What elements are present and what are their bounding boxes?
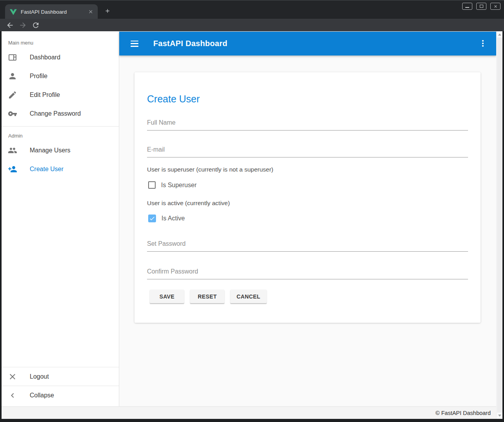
scrollbar-down-arrow-icon[interactable]	[498, 415, 501, 417]
set-password-field-wrapper	[147, 240, 468, 252]
window-close-button[interactable]	[490, 3, 500, 10]
active-hint: User is active (currently active)	[147, 200, 468, 207]
browser-toolbar: localhost/main/admin/users/create	[0, 19, 504, 31]
back-icon[interactable]	[6, 21, 14, 29]
vue-logo-icon	[10, 9, 17, 15]
sidebar-item-profile[interactable]: Profile	[2, 67, 119, 86]
confirm-password-field-wrapper	[147, 268, 468, 279]
app-bar-kebab-icon[interactable]	[478, 39, 488, 48]
app-bar: FastAPI Dashboard	[119, 32, 496, 55]
is-active-checkbox[interactable]	[148, 215, 156, 222]
form-buttons-row: SAVE RESET CANCEL	[147, 290, 468, 303]
app-bar-title: FastAPI Dashboard	[153, 39, 228, 48]
window-minimize-button[interactable]	[462, 3, 472, 10]
page-footer: © FastAPI Dashboard	[2, 406, 496, 419]
scrollbar-up-arrow-icon[interactable]	[498, 34, 501, 36]
page-title: Create User	[147, 93, 468, 105]
new-tab-button[interactable]	[102, 6, 113, 16]
sidebar-item-edit-profile[interactable]: Edit Profile	[2, 86, 119, 104]
is-superuser-checkbox[interactable]	[148, 181, 156, 189]
page-viewport: Main menu Dashboard Profile Edit Profile…	[2, 31, 502, 419]
full-name-input[interactable]	[147, 119, 468, 131]
create-user-card: Create User User is superuser (currently…	[135, 72, 481, 323]
sidebar-bottom: Logout Collapse	[2, 367, 119, 404]
scrollbar-thumb[interactable]	[497, 38, 502, 413]
sidebar-item-label: Edit Profile	[30, 91, 60, 98]
superuser-hint: User is superuser (currently is not a su…	[147, 166, 468, 173]
sidebar-item-label: Change Password	[30, 110, 81, 117]
reset-button[interactable]: RESET	[190, 290, 224, 303]
chevron-left-icon	[8, 391, 17, 400]
sidebar-item-logout[interactable]: Logout	[2, 367, 119, 386]
full-name-field-wrapper	[147, 119, 468, 131]
sidebar: Main menu Dashboard Profile Edit Profile…	[2, 31, 119, 406]
dashboard-icon	[8, 53, 17, 62]
close-icon	[8, 372, 17, 381]
sidebar-item-dashboard[interactable]: Dashboard	[2, 48, 119, 67]
set-password-input[interactable]	[147, 240, 468, 252]
vertical-scrollbar[interactable]	[496, 31, 502, 419]
sidebar-item-change-password[interactable]: Change Password	[2, 104, 119, 123]
pencil-icon	[8, 90, 17, 100]
forward-icon[interactable]	[19, 21, 27, 29]
sidebar-item-label: Profile	[30, 73, 47, 80]
sidebar-item-label: Dashboard	[30, 54, 60, 61]
tab-close-icon[interactable]	[87, 8, 95, 16]
hamburger-menu-icon[interactable]	[131, 41, 138, 47]
window-controls	[462, 3, 500, 10]
is-superuser-checkbox-row[interactable]: Is Superuser	[147, 181, 468, 189]
email-input[interactable]	[147, 146, 468, 157]
tab-title: FastAPI Dashboard	[21, 9, 87, 15]
sidebar-section-main-menu: Main menu	[2, 31, 119, 48]
is-superuser-label: Is Superuser	[161, 182, 197, 189]
sidebar-item-label: Logout	[30, 373, 49, 380]
confirm-password-input[interactable]	[147, 268, 468, 279]
sidebar-section-admin: Admin	[2, 127, 119, 141]
main-content: FastAPI Dashboard Create User User is su…	[119, 31, 496, 406]
window-maximize-button[interactable]	[476, 3, 486, 10]
sidebar-item-label: Manage Users	[30, 147, 70, 154]
sidebar-item-label: Collapse	[30, 392, 54, 399]
sidebar-item-manage-users[interactable]: Manage Users	[2, 141, 119, 160]
email-field-wrapper	[147, 146, 468, 157]
check-icon	[149, 215, 155, 222]
copyright-text: © FastAPI Dashboard	[436, 410, 491, 416]
person-add-icon	[8, 165, 17, 174]
browser-titlebar: FastAPI Dashboard	[0, 0, 504, 19]
is-active-checkbox-row[interactable]: Is Active	[147, 215, 468, 222]
cancel-button[interactable]: CANCEL	[230, 290, 267, 303]
people-icon	[8, 146, 17, 155]
person-icon	[8, 72, 17, 81]
sidebar-item-collapse[interactable]: Collapse	[2, 386, 119, 404]
sidebar-item-create-user[interactable]: Create User	[2, 160, 119, 179]
save-button[interactable]: SAVE	[150, 290, 184, 303]
browser-tab[interactable]: FastAPI Dashboard	[5, 4, 98, 19]
is-active-label: Is Active	[161, 215, 185, 222]
reload-icon[interactable]	[32, 21, 40, 29]
sidebar-item-label: Create User	[30, 166, 63, 173]
key-icon	[8, 109, 17, 118]
